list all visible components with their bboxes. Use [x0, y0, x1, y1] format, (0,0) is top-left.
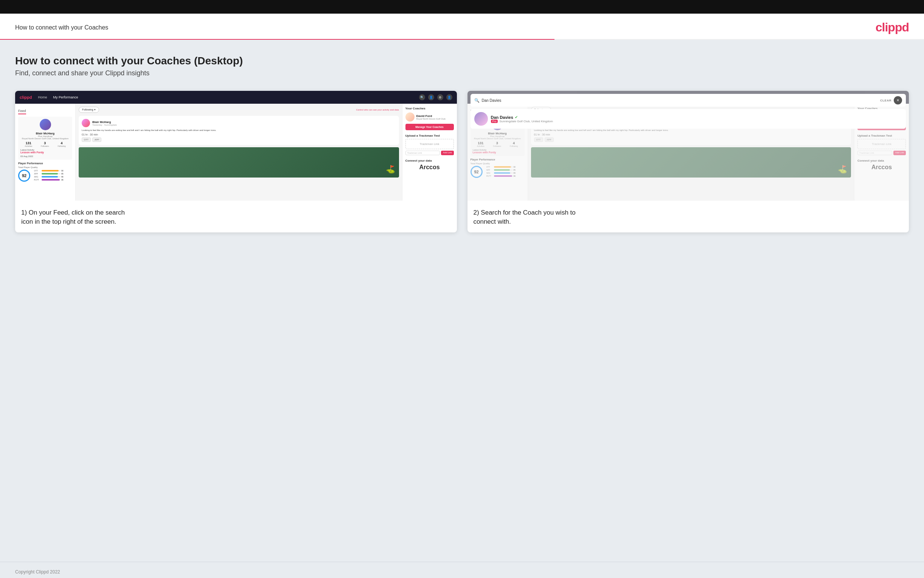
connect-title: Connect your data: [405, 159, 454, 162]
screenshot-panel-right: clippd Home My Performance 🔍 👤 ⚙ 👤 Feed: [468, 91, 909, 232]
result-club: Sunningdale Golf Club, United Kingdom: [499, 120, 553, 123]
post-name: Blair McHarg: [92, 120, 117, 124]
mock-app-left: clippd Home My Performance 🔍 👤 ⚙ 👤 Feed: [15, 91, 457, 201]
tag-ott: OTT: [82, 137, 91, 142]
page-heading: How to connect with your Coaches (Deskto…: [15, 55, 909, 67]
tag-app: APP: [92, 137, 101, 142]
latest-activity-date: 03 Aug 2022: [20, 155, 70, 157]
search-result[interactable]: Dan Davies ✔ Pro Sunningdale Golf Club, …: [471, 109, 906, 129]
nav-home: Home: [38, 96, 47, 99]
stats-row: 131 Activities 3 Followers 4 Following: [20, 141, 70, 147]
golf-image: [79, 147, 399, 177]
coach-item: David Ford Royal North Devon Golf Club: [405, 112, 454, 122]
add-link-btn[interactable]: Add Link: [441, 151, 453, 155]
caption-text-1: 1) On your Feed, click on the searchicon…: [21, 208, 451, 226]
top-bar: [0, 0, 924, 14]
add-link-row: Trackman Link Add Link: [405, 151, 454, 155]
screenshot-panel-left: clippd Home My Performance 🔍 👤 ⚙ 👤 Feed: [15, 91, 457, 232]
search-overlay: 🔍 Dan Davies CLEAR × Dan Davies ✔: [468, 91, 909, 132]
search-icon[interactable]: 🔍: [419, 94, 425, 100]
stat-followers-num: 3: [41, 141, 49, 145]
profile-icon[interactable]: 👤: [428, 94, 434, 100]
caption-panel-1: 1) On your Feed, click on the searchicon…: [15, 201, 457, 232]
upload-title: Upload a Trackman Test: [405, 134, 454, 137]
stat-activities: 131 Activities: [24, 141, 32, 147]
nav-icons: 🔍 👤 ⚙ 👤: [419, 94, 452, 100]
result-avatar: [474, 112, 488, 126]
profile-name: Blair McHarg: [20, 132, 70, 135]
coaches-title: Your Coaches: [405, 107, 454, 110]
post-duration: 01 hr : 30 min: [82, 133, 396, 136]
post-avatar: [82, 119, 90, 127]
screenshots-row: clippd Home My Performance 🔍 👤 ⚙ 👤 Feed: [15, 91, 909, 232]
app-nav-left: clippd Home My Performance 🔍 👤 ⚙ 👤: [15, 91, 457, 104]
post-meta: Yesterday · Sunningdale: [92, 124, 117, 126]
result-badge: Pro: [491, 120, 498, 123]
close-btn[interactable]: ×: [894, 96, 902, 104]
user-avatar-icon[interactable]: 👤: [446, 94, 452, 100]
main-content: How to connect with your Coaches (Deskto…: [0, 40, 924, 562]
search-query[interactable]: Dan Davies: [482, 98, 878, 102]
following-btn[interactable]: Following ▾: [79, 107, 99, 113]
stat-following: 4 Following: [58, 141, 65, 147]
perf-title: Player Performance: [18, 162, 72, 165]
result-name: Dan Davies: [491, 115, 513, 120]
profile-card: Blair McHarg Plus Handicap Royal North D…: [18, 117, 72, 160]
trackman-input[interactable]: Trackman Link: [405, 151, 440, 155]
result-info: Dan Davies ✔ Pro Sunningdale Golf Club, …: [491, 115, 553, 123]
feed-label: Feed: [18, 109, 26, 114]
latest-activity-link[interactable]: Lesson with Fordy: [20, 151, 70, 154]
search-bar: 🔍 Dan Davies CLEAR ×: [471, 94, 906, 107]
perf-sub: Total Player Quality: [18, 166, 72, 169]
nav-my-performance: My Performance: [53, 96, 78, 99]
page-subheading: Find, connect and share your Clippd insi…: [15, 69, 909, 77]
manage-coaches-btn[interactable]: Manage Your Coaches: [405, 124, 454, 130]
coach-name: David Ford: [416, 114, 445, 118]
profile-avatar: [40, 119, 51, 130]
page-title: How to connect with your Coaches: [15, 24, 108, 31]
feed-post: Blair McHarg Yesterday · Sunningdale Loo…: [79, 116, 399, 145]
bar-ott: OTT 90: [34, 170, 63, 172]
settings-icon[interactable]: ⚙: [437, 94, 443, 100]
post-tags: OTT APP: [82, 137, 396, 142]
bar-app: APP 85: [34, 173, 63, 175]
arccos-logo: Arccos: [405, 164, 454, 171]
stat-following-lbl: Following: [58, 145, 65, 147]
footer-copyright: Copyright Clippd 2022: [15, 569, 60, 575]
stat-following-num: 4: [58, 141, 65, 145]
stat-activities-num: 131: [24, 141, 32, 145]
app-sidebar: Feed Blair McHarg Plus Handicap Royal No…: [15, 104, 76, 201]
bar-putt: PUTT 96: [34, 179, 63, 181]
perf-section: Player Performance Total Player Quality …: [18, 162, 72, 182]
stat-followers: 3 Followers: [41, 141, 49, 147]
coach-club: Royal North Devon Golf Club: [416, 118, 445, 120]
footer: Copyright Clippd 2022: [0, 562, 924, 578]
header: How to connect with your Coaches clippd: [0, 14, 924, 39]
stat-activities-lbl: Activities: [24, 145, 32, 147]
verified-icon: ✔: [515, 115, 518, 119]
clear-btn[interactable]: CLEAR: [880, 99, 892, 102]
caption-panel-2: 2) Search for the Coach you wish toconne…: [468, 201, 909, 232]
trackman-text: Trackman Link: [409, 142, 450, 146]
bar-arg: ARG 86: [34, 175, 63, 178]
bars-section: OTT 90 APP 85: [34, 170, 63, 182]
app-feed: Following ▾ Control who can see your act…: [76, 104, 402, 201]
post-user-row: Blair McHarg Yesterday · Sunningdale: [82, 119, 396, 127]
stat-followers-lbl: Followers: [41, 145, 49, 147]
trackman-box: Trackman Link: [405, 139, 454, 149]
post-text: Looking to feel like my hands are exitin…: [82, 129, 396, 132]
control-link[interactable]: Control who can see your activity and da…: [356, 109, 399, 111]
mock-app-right: clippd Home My Performance 🔍 👤 ⚙ 👤 Feed: [468, 91, 909, 201]
score-circle: 92: [18, 170, 30, 182]
profile-location: Royal North Devon Golf Club, United King…: [20, 137, 70, 140]
app-coaches: Your Coaches David Ford Royal North Devo…: [402, 104, 457, 201]
app-logo: clippd: [19, 95, 32, 99]
search-icon-inner: 🔍: [474, 98, 480, 103]
caption-text-2: 2) Search for the Coach you wish toconne…: [474, 208, 903, 226]
coach-avatar: [405, 112, 414, 122]
app-body-left: Feed Blair McHarg Plus Handicap Royal No…: [15, 104, 457, 201]
clippd-logo: clippd: [875, 20, 909, 34]
